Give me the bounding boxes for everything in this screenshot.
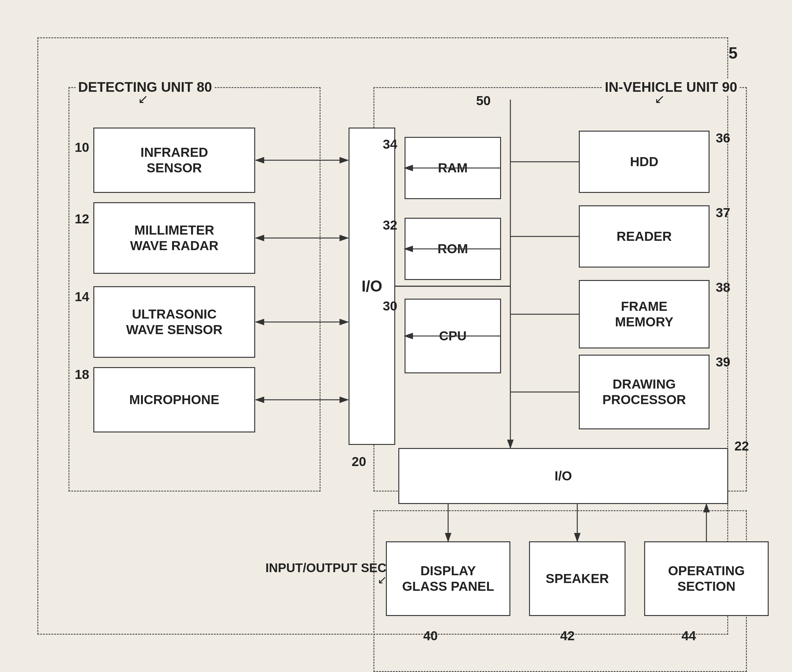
microphone-block: MICROPHONE [93,367,255,432]
ref-20: 20 [352,454,366,469]
ultrasonic-sensor-block: ULTRASONIC WAVE SENSOR [93,286,255,358]
invehicle-unit-arrow: ↙ [654,92,665,106]
drawing-processor-block: DRAWING PROCESSOR [579,355,710,429]
detecting-unit-arrow: ↙ [138,92,149,106]
ref-37: 37 [716,205,730,220]
display-glass-block: DISPLAY GLASS PANEL [386,541,510,616]
ref-32: 32 [383,218,397,233]
speaker-block: SPEAKER [529,541,626,616]
hdd-block: HDD [579,131,710,193]
ref-34: 34 [383,137,397,152]
millimeter-radar-block: MILLIMETER WAVE RADAR [93,202,255,274]
ref-22: 22 [734,439,749,454]
ref-38: 38 [716,280,730,295]
reader-block: READER [579,205,710,267]
ref-50: 50 [476,93,491,108]
frame-memory-block: FRAME MEMORY [579,280,710,349]
operating-section-block: OPERATING SECTION [644,541,769,616]
ref-18: 18 [75,367,89,382]
ref-40: 40 [423,629,438,643]
ref-14: 14 [75,290,89,304]
io-bottom-block: I/O [398,448,728,504]
ref-12: 12 [75,211,89,227]
ref-10: 10 [75,140,89,155]
cpu-block: CPU [405,299,501,373]
ref-30: 30 [383,299,397,314]
figure-number: 5 [728,43,738,62]
io-left-block: I/O [349,128,395,445]
rom-block: ROM [405,218,501,280]
diagram: 5 DETECTING UNIT 80 ↙ IN-VEHICLE UNIT 90… [25,19,756,647]
ref-36: 36 [716,131,730,146]
io-section-arrow: ↙ [378,573,387,586]
ref-39: 39 [716,355,730,370]
ref-44: 44 [682,629,696,643]
infrared-sensor-block: INFRARED SENSOR [93,128,255,193]
ram-block: RAM [405,137,501,199]
ref-42: 42 [560,629,575,643]
invehicle-unit-label: IN-VEHICLE UNIT 90 [603,79,740,95]
